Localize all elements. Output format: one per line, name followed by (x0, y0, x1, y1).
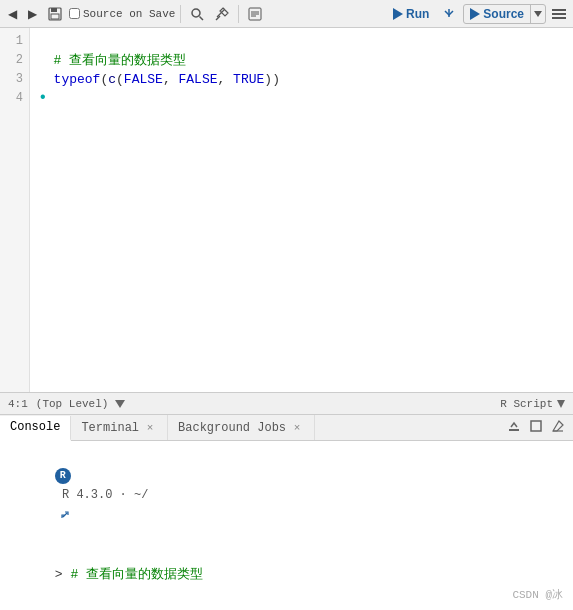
line-num-2: 2 (0, 51, 23, 70)
r-badge: R (55, 468, 71, 484)
status-right: R Script (500, 398, 565, 410)
svg-marker-10 (393, 8, 403, 20)
svg-rect-1 (51, 8, 57, 12)
minimize-button[interactable] (505, 417, 523, 438)
code-line-3: typeof(c(FALSE, FALSE, TRUE)) (38, 70, 565, 89)
code-line-4: • (38, 89, 565, 108)
run-button[interactable]: Run (387, 5, 435, 23)
toolbar: ◀ ▶ Source on Save (0, 0, 573, 28)
tab-background-jobs[interactable]: Background Jobs × (168, 415, 315, 440)
background-jobs-close-icon[interactable]: × (290, 421, 304, 435)
code-line-2: # 查看向量的数据类型 (38, 51, 565, 70)
line-num-3: 3 (0, 70, 23, 89)
link-icon (59, 509, 71, 521)
console-panel: Console Terminal × Background Jobs × (0, 415, 573, 610)
clear-button[interactable] (549, 417, 567, 438)
go-button[interactable] (438, 5, 460, 23)
tools-button[interactable] (211, 5, 233, 23)
line-num-4: 4 (0, 89, 23, 108)
separator (180, 5, 181, 23)
statusbar: 4:1 (Top Level) R Script (0, 393, 573, 415)
terminal-close-icon[interactable]: × (143, 421, 157, 435)
source-main-button[interactable]: Source (464, 5, 531, 23)
code-line-1 (38, 32, 565, 51)
svg-rect-17 (531, 421, 541, 431)
svg-marker-12 (470, 8, 480, 20)
code-area[interactable]: # 查看向量的数据类型 typeof(c(FALSE, FALSE, TRUE)… (30, 28, 573, 392)
separator2 (238, 5, 239, 23)
source-on-save-label[interactable]: Source on Save (69, 8, 175, 20)
source-dropdown-button[interactable] (531, 5, 545, 23)
console-content[interactable]: R R 4.3.0 · ~/ > # 查看向量的数据类型 > typeof(c(… (0, 441, 573, 610)
svg-marker-14 (115, 400, 125, 408)
maximize-button[interactable] (527, 417, 545, 438)
back-button[interactable]: ◀ (4, 5, 21, 23)
search-button[interactable] (186, 5, 208, 23)
svg-rect-2 (51, 14, 59, 19)
console-line-cmd: > typeof(c(FALSE, FALSE, TRUE)) (8, 605, 565, 610)
svg-rect-16 (509, 429, 519, 431)
console-actions (505, 417, 573, 438)
save-button[interactable] (44, 5, 66, 23)
cursor-position: 4:1 (8, 398, 28, 410)
menu-button[interactable] (549, 6, 569, 22)
line-num-1: 1 (0, 32, 23, 51)
console-line-comment: > # 查看向量的数据类型 (8, 545, 565, 605)
forward-button[interactable]: ▶ (24, 5, 41, 23)
editor: 1 2 3 4 # 查看向量的数据类型 typeof(c(FALSE, FALS… (0, 28, 573, 393)
tab-terminal[interactable]: Terminal × (71, 415, 168, 440)
source-on-save-checkbox[interactable] (69, 8, 80, 19)
svg-point-3 (192, 9, 200, 17)
console-tabs: Console Terminal × Background Jobs × (0, 415, 573, 441)
line-numbers: 1 2 3 4 (0, 28, 30, 392)
tab-console[interactable]: Console (0, 416, 71, 441)
top-level: (Top Level) (36, 398, 125, 410)
svg-marker-15 (557, 400, 565, 408)
svg-line-4 (200, 16, 204, 20)
format-button[interactable] (244, 5, 266, 23)
console-r-version: R R 4.3.0 · ~/ (8, 445, 565, 545)
watermark: CSDN @冰 (512, 587, 563, 602)
script-type: R Script (500, 398, 553, 410)
svg-marker-13 (534, 11, 542, 17)
source-button-group: Source (463, 4, 546, 24)
